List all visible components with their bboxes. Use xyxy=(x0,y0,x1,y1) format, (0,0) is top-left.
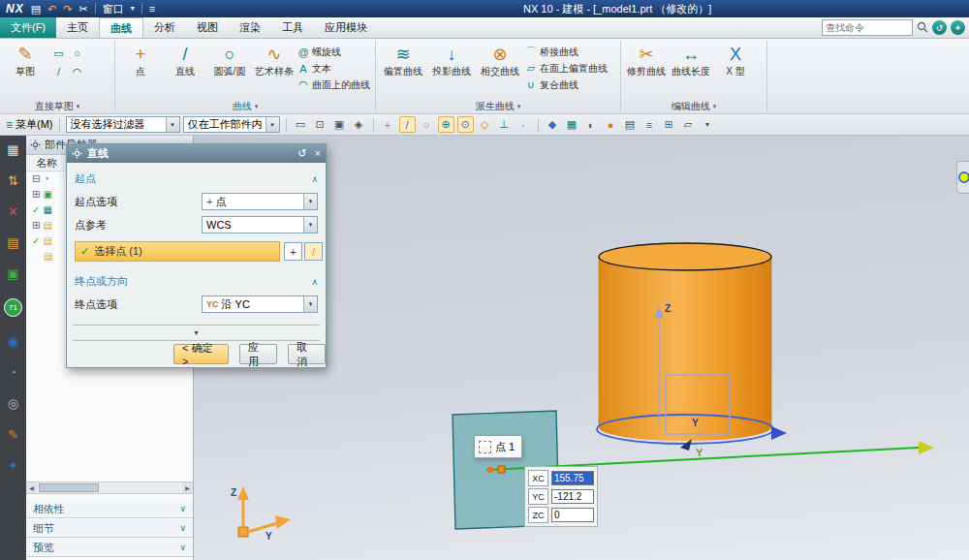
xc-input[interactable]: 155.75 xyxy=(551,471,594,485)
dialog-more-options-expander[interactable]: ▾ xyxy=(73,325,320,341)
helix-button[interactable]: @ 螺旋线 xyxy=(297,44,370,60)
constraint-navigator-icon[interactable]: ✕ xyxy=(8,205,18,218)
text-button[interactable]: A 文本 xyxy=(297,60,370,77)
check-icon[interactable]: ✓ xyxy=(32,235,40,246)
tab-application[interactable]: 应用模块 xyxy=(314,17,378,38)
assembly-navigator-icon[interactable]: ⇅ xyxy=(8,174,18,187)
dialog-close-icon[interactable]: × xyxy=(315,147,321,160)
tab-tools[interactable]: 工具 xyxy=(271,17,314,38)
view-orient-icon[interactable]: ◆ xyxy=(545,116,561,133)
view-manager-icon[interactable]: ▣ xyxy=(7,267,18,280)
x-form-button[interactable]: X X 型 xyxy=(713,41,758,77)
dialog-title-bar[interactable]: 直线 ↺ × xyxy=(67,144,326,163)
snap-point-icon[interactable]: + xyxy=(380,116,396,133)
chevron-up-icon[interactable]: ∧ xyxy=(311,174,318,184)
web-browser-icon[interactable]: ◉ xyxy=(8,335,18,348)
cylinder-body[interactable] xyxy=(599,243,771,441)
group-dropdown-icon[interactable]: ▾ xyxy=(713,103,717,110)
system-tools-icon[interactable]: ✦ xyxy=(8,459,18,472)
cancel-button[interactable]: 取消 xyxy=(288,344,326,364)
tab-file[interactable]: 文件(F) xyxy=(0,17,56,38)
history-icon[interactable]: ◔ xyxy=(10,366,17,379)
tab-view[interactable]: 视图 xyxy=(186,17,229,38)
inferred-point-button[interactable]: / xyxy=(304,242,323,261)
snap-perpendicular-icon[interactable]: ⊥ xyxy=(496,116,513,133)
expander-icon[interactable]: ⊞ xyxy=(32,220,40,231)
select-face-icon[interactable]: ◈ xyxy=(351,116,367,133)
studio-spline-button[interactable]: ∿ 艺术样条 xyxy=(252,41,297,77)
rectangle-tool-icon[interactable]: ▭ xyxy=(49,45,68,63)
group-dropdown-icon[interactable]: ▾ xyxy=(517,103,521,110)
tab-curve[interactable]: 曲线 xyxy=(99,17,143,38)
point-reference-combo[interactable]: WCS ▾ xyxy=(202,216,318,233)
circle-tool-icon[interactable]: ○ xyxy=(68,45,86,63)
part-navigator-icon[interactable]: ▦ xyxy=(7,143,18,156)
snap-point-marker[interactable] xyxy=(498,466,505,473)
yc-input[interactable]: -121.2 xyxy=(551,489,594,504)
horizontal-scrollbar[interactable]: ◀ ▶ xyxy=(26,482,193,494)
snap-center-icon[interactable]: ⊕ xyxy=(438,116,454,133)
check-icon[interactable]: ✓ xyxy=(32,204,40,215)
project-curve-button[interactable]: ↓ 投影曲线 xyxy=(427,41,476,77)
group-label-curve[interactable]: 曲线 ▾ xyxy=(115,100,375,113)
curve-on-surface-button[interactable]: ◠ 曲面上的曲线 xyxy=(297,77,370,93)
arc-tool-icon[interactable]: ◠ xyxy=(68,63,86,81)
offset-curve-in-face-button[interactable]: ▱ 在面上偏置曲线 xyxy=(524,60,608,77)
snap-quadrant-icon[interactable]: ⊙ xyxy=(457,116,474,133)
point-preset-icon[interactable]: ∙∙ xyxy=(479,441,491,453)
select-point-row[interactable]: ✓ 选择点 (1) xyxy=(75,241,280,262)
roles-icon[interactable]: ✎ xyxy=(8,428,18,441)
chevron-down-icon[interactable]: ▾ xyxy=(303,194,317,209)
group-dropdown-icon[interactable]: ▾ xyxy=(77,103,80,110)
user-icon[interactable]: ✦ xyxy=(951,20,965,35)
group-dropdown-icon[interactable]: ▾ xyxy=(255,103,259,110)
tab-analysis[interactable]: 分析 xyxy=(143,17,186,38)
reuse-library-icon[interactable]: ▤ xyxy=(7,236,18,249)
cut-icon[interactable]: ✂ xyxy=(79,4,88,15)
window-menu-dropdown-icon[interactable]: ▾ xyxy=(131,5,135,13)
snap-existing-point-icon[interactable]: ∙ xyxy=(516,116,532,133)
composite-curve-button[interactable]: ∪ 复合曲线 xyxy=(524,77,608,93)
sketch-button[interactable]: ✎ 草图 xyxy=(3,41,47,77)
chevron-down-icon[interactable]: ∨ xyxy=(179,504,186,513)
notification-badge[interactable]: 71 xyxy=(4,298,22,317)
start-point-section-header[interactable]: 起点 ∧ xyxy=(75,171,318,186)
layer-icon[interactable]: ▤ xyxy=(622,116,639,133)
chevron-down-icon[interactable]: ▾ xyxy=(166,117,179,132)
group-label-direct-sketch[interactable]: 直接草图 ▾ xyxy=(0,100,114,113)
select-group-icon[interactable]: ▣ xyxy=(331,116,348,133)
start-point-marker[interactable] xyxy=(487,467,493,473)
window-menu[interactable]: 窗口 xyxy=(103,4,124,15)
move-object-icon[interactable]: ▱ xyxy=(680,116,697,133)
chevron-down-icon[interactable]: ▾ xyxy=(266,117,279,132)
menu-button[interactable]: ≡ 菜单(M) xyxy=(6,117,53,132)
more-tools-dropdown-icon[interactable]: ▾ xyxy=(700,116,716,133)
section-details[interactable]: 细节 ∨ xyxy=(26,519,193,538)
tab-render[interactable]: 渲染 xyxy=(229,17,271,38)
radial-toolbar-tab[interactable] xyxy=(956,161,969,194)
chevron-up-icon[interactable]: ∧ xyxy=(311,277,318,287)
point-button[interactable]: + 点 xyxy=(118,41,163,77)
end-point-section-header[interactable]: 终点或方向 ∧ xyxy=(75,274,318,289)
section-dependencies[interactable]: 相依性 ∨ xyxy=(26,500,193,518)
dialog-reset-icon[interactable]: ↺ xyxy=(297,147,306,160)
select-rectangle-icon[interactable]: ▭ xyxy=(293,116,309,133)
chevron-down-icon[interactable]: ▾ xyxy=(303,296,317,312)
group-label-edit-curve[interactable]: 编辑曲线 ▾ xyxy=(621,100,766,113)
tab-home[interactable]: 主页 xyxy=(56,17,99,38)
sync-icon[interactable]: ↺ xyxy=(932,20,947,35)
expander-icon[interactable]: ⊞ xyxy=(32,189,40,200)
chevron-down-icon[interactable]: ▾ xyxy=(303,217,317,233)
offset-curve-button[interactable]: ≋ 偏置曲线 xyxy=(379,41,427,77)
group-label-derived-curve[interactable]: 派生曲线 ▾ xyxy=(376,100,620,113)
selection-filter-combo[interactable]: 没有选择过滤器 ▾ xyxy=(66,116,180,133)
scrollbar-thumb[interactable] xyxy=(39,483,99,492)
expander-icon[interactable]: ⊟ xyxy=(32,173,40,184)
snap-midpoint-icon[interactable]: ◇ xyxy=(477,116,493,133)
intersect-curve-button[interactable]: ⊗ 相交曲线 xyxy=(476,41,524,77)
title-bar[interactable]: NX ▤ ↶ ↷ ✂ 窗口 ▾ ≡ NX 10 - 建模 - [_model1.… xyxy=(0,0,969,17)
point-mini-toolbar[interactable]: ∙∙ 点 1 xyxy=(474,435,522,458)
line-tool-icon[interactable]: / xyxy=(49,63,68,81)
shading-icon[interactable]: ◐ xyxy=(583,116,600,133)
show-hide-icon[interactable]: ⊞ xyxy=(661,116,677,133)
